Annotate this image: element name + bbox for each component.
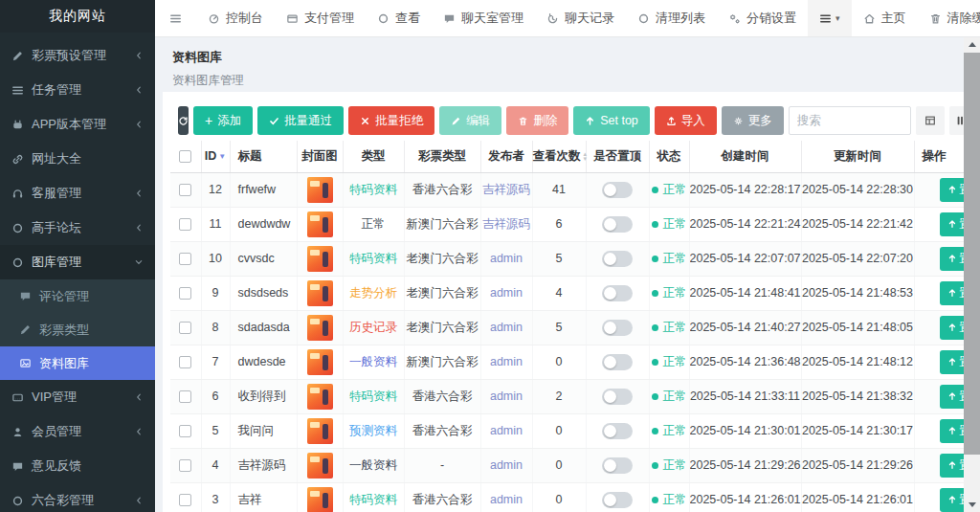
select-all-header[interactable] [170, 141, 201, 172]
edit-button[interactable]: 编辑 [439, 106, 501, 135]
settop-row-button[interactable]: 置顶 [940, 350, 965, 374]
row-checkbox[interactable] [179, 356, 191, 368]
row-checkbox[interactable] [179, 322, 191, 334]
topnav-item[interactable]: 控制台 [196, 0, 275, 36]
settop-button[interactable]: Set top [573, 106, 650, 135]
column-cover[interactable]: 封面图 [297, 141, 343, 172]
cover-thumbnail[interactable] [307, 246, 333, 272]
settop-row-button[interactable]: 置顶 [940, 212, 965, 236]
status-dot-icon [652, 359, 658, 366]
settop-row-button[interactable]: 置顶 [940, 419, 965, 443]
topnav-item[interactable]: 清理列表 [626, 0, 717, 36]
top-toggle[interactable] [602, 389, 633, 405]
row-checkbox[interactable] [179, 425, 191, 437]
sidebar-subitem[interactable]: 彩票类型 [0, 313, 155, 346]
top-toggle[interactable] [602, 216, 633, 233]
select-all-checkbox[interactable] [179, 150, 191, 163]
top-toggle[interactable] [602, 182, 633, 198]
top-toggle[interactable] [602, 492, 633, 508]
topnav-item[interactable]: 支付管理 [275, 0, 366, 36]
column-created[interactable]: 创建时间 [689, 141, 801, 172]
cover-thumbnail[interactable] [307, 349, 333, 375]
topnav-item[interactable]: 聊天室管理 [432, 0, 535, 36]
topnav-item[interactable]: 查看 [366, 0, 432, 36]
search-input[interactable] [789, 106, 911, 135]
sidebar-item[interactable]: 客服管理 [0, 176, 155, 211]
row-checkbox[interactable] [179, 218, 191, 231]
row-checkbox[interactable] [179, 494, 191, 506]
batch-approve-button[interactable]: 批量通过 [257, 106, 344, 135]
table-view-button[interactable] [916, 106, 945, 135]
cover-thumbnail[interactable] [307, 453, 333, 479]
sidebar-subitem[interactable]: 资料图库 [0, 346, 155, 380]
top-toggle[interactable] [602, 251, 633, 267]
cover-thumbnail[interactable] [307, 177, 333, 203]
column-id[interactable]: ID▼ [201, 141, 230, 172]
sidebar-item[interactable]: 会员管理 [0, 414, 155, 449]
column-updated[interactable]: 更新时间 [801, 141, 914, 172]
add-button[interactable]: +添加 [193, 106, 253, 135]
column-status[interactable]: 状态 [649, 141, 689, 172]
home-link[interactable]: 主页 [852, 0, 918, 36]
settop-row-button[interactable]: 置顶 [940, 281, 965, 305]
settop-row-button[interactable]: 置顶 [940, 454, 965, 478]
table-row: 7 dwdesde 一般资料 新澳门六合彩 admin 0 正常 2025-05… [170, 345, 964, 379]
sidebar-item[interactable]: 网址大全 [0, 142, 155, 176]
more-button[interactable]: 更多 [722, 106, 784, 135]
sidebar-toggle-button[interactable] [155, 0, 196, 36]
cover-thumbnail[interactable] [307, 211, 333, 237]
cover-thumbnail[interactable] [307, 280, 333, 306]
columns-button[interactable]: ▾ [949, 106, 964, 135]
sidebar-subitem[interactable]: 评论管理 [0, 279, 155, 313]
clear-cache-button[interactable]: 清除缓存 [918, 0, 980, 36]
column-views[interactable]: 查看次数▴▾ [532, 141, 586, 172]
column-lottery[interactable]: 彩票类型 [404, 141, 480, 172]
nav-list-dropdown[interactable]: ▾ [808, 0, 852, 36]
row-checkbox[interactable] [179, 184, 191, 196]
sidebar-item[interactable]: VIP管理 [0, 380, 155, 414]
row-checkbox[interactable] [179, 390, 191, 403]
sidebar-item[interactable]: 高手论坛 [0, 211, 155, 245]
row-checkbox[interactable] [179, 459, 191, 472]
top-toggle[interactable] [602, 354, 633, 370]
cover-thumbnail[interactable] [307, 315, 333, 341]
vertical-scrollbar[interactable] [964, 37, 980, 512]
settop-row-button[interactable]: 置顶 [940, 178, 965, 202]
topnav-item[interactable]: 聊天记录 [535, 0, 626, 36]
cell-title: sdadasda [230, 310, 297, 345]
settop-row-button[interactable]: 置顶 [940, 316, 965, 340]
top-toggle[interactable] [602, 320, 633, 336]
delete-button[interactable]: 删除 [506, 106, 568, 135]
top-toggle[interactable] [602, 423, 633, 439]
refresh-button[interactable] [178, 106, 189, 135]
scroll-up-button[interactable] [964, 37, 980, 52]
sidebar-item[interactable]: 任务管理 [0, 73, 155, 107]
import-button[interactable]: 导入 [655, 106, 717, 135]
settop-row-button[interactable]: 置顶 [940, 488, 965, 512]
scrollbar-thumb[interactable] [964, 53, 980, 455]
row-checkbox[interactable] [179, 253, 191, 265]
sidebar-item[interactable]: 六合彩管理 [0, 483, 155, 512]
cover-thumbnail[interactable] [307, 487, 333, 512]
top-toggle[interactable] [602, 285, 633, 301]
column-title[interactable]: 标题 [230, 141, 297, 172]
settop-row-button[interactable]: 置顶 [940, 385, 965, 409]
scroll-down-button[interactable] [964, 498, 980, 512]
settop-row-button[interactable]: 置顶 [940, 247, 965, 271]
sidebar-item[interactable]: 图库管理 [0, 245, 155, 279]
column-top[interactable]: 是否置顶 [586, 141, 649, 172]
column-type[interactable]: 类型 [343, 141, 404, 172]
topnav-item[interactable]: 分销设置 [717, 0, 808, 36]
cell-created-time: 2025-05-14 21:30:01 [689, 413, 801, 448]
cover-thumbnail[interactable] [307, 418, 333, 444]
sidebar-item[interactable]: APP版本管理 [0, 107, 155, 142]
top-toggle[interactable] [602, 457, 633, 474]
cell-views: 0 [532, 448, 586, 482]
column-publisher[interactable]: 发布者 [480, 141, 532, 172]
hamburger-icon [169, 12, 182, 25]
cover-thumbnail[interactable] [307, 384, 333, 410]
row-checkbox[interactable] [179, 287, 191, 300]
sidebar-item[interactable]: 彩票预设管理 [0, 38, 155, 73]
sidebar-item[interactable]: 意见反馈 [0, 449, 155, 483]
batch-reject-button[interactable]: 批量拒绝 [348, 106, 434, 135]
